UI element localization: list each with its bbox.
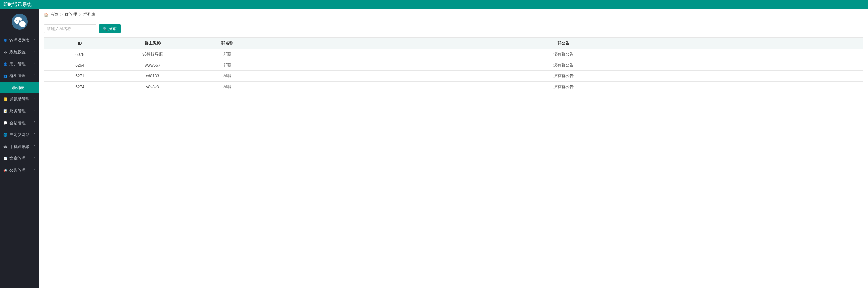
sidebar-item-label: 用户管理 <box>9 61 26 67</box>
sidebar-icon <box>3 98 7 101</box>
sidebar-item-label: 手机通讯录 <box>9 144 30 150</box>
sidebar-item-label: 会话管理 <box>9 120 26 126</box>
sidebar-item-2[interactable]: 用户管理˅ <box>0 58 39 70</box>
table-row[interactable]: 6271xd8133群聊没有群公告 <box>44 71 863 82</box>
sidebar-item-6[interactable]: 会话管理˅ <box>0 117 39 129</box>
chevron-down-icon: ˅ <box>34 39 36 42</box>
main-content: 首页 > 群管理 > 群列表 搜索 ID 群主昵称 群名称 群公告 <box>39 9 868 288</box>
app-header: 即时通讯系统 <box>0 0 868 9</box>
breadcrumb-item-0[interactable]: 群管理 <box>65 12 77 17</box>
table-header-row: ID 群主昵称 群名称 群公告 <box>44 38 863 49</box>
chevron-down-icon: ˅ <box>34 121 36 125</box>
sidebar-item-5[interactable]: 财务管理˅ <box>0 105 39 117</box>
breadcrumb-sep: > <box>60 12 63 17</box>
sidebar-item-label: 自定义网站 <box>9 132 30 138</box>
table-wrap: ID 群主昵称 群名称 群公告 6078v8科技客服群聊没有群公告6264www… <box>39 37 868 97</box>
chevron-down-icon: ˅ <box>34 109 36 113</box>
sidebar-icon <box>3 110 7 113</box>
cell-notice: 没有群公告 <box>264 60 863 71</box>
col-name: 群名称 <box>190 38 264 49</box>
sidebar-icon <box>3 121 7 125</box>
sidebar-item-label: 通讯录管理 <box>9 96 30 102</box>
sidebar-nav: 管理员列表˅系统设置˅用户管理˅群组管理˄群列表通讯录管理˅财务管理˅会话管理˅… <box>0 35 39 176</box>
chevron-down-icon: ˅ <box>34 50 36 54</box>
sidebar-item-label: 系统设置 <box>9 49 26 55</box>
sidebar-subitem-3-0[interactable]: 群列表 <box>0 82 39 93</box>
sidebar-icon <box>3 133 7 137</box>
cell-id: 6274 <box>44 82 115 92</box>
chevron-down-icon: ˅ <box>34 62 36 66</box>
cell-owner: xd8133 <box>115 71 190 82</box>
table-row[interactable]: 6264www567群聊没有群公告 <box>44 60 863 71</box>
breadcrumb-item-1[interactable]: 群列表 <box>83 12 96 17</box>
breadcrumb-home[interactable]: 首页 <box>50 12 58 17</box>
cell-name: 群聊 <box>190 82 264 92</box>
list-icon <box>7 85 10 90</box>
sidebar-item-9[interactable]: 文章管理˅ <box>0 153 39 164</box>
col-id: ID <box>44 38 115 49</box>
cell-notice: 没有群公告 <box>264 49 863 60</box>
breadcrumb: 首页 > 群管理 > 群列表 <box>39 9 868 20</box>
sidebar-item-label: 管理员列表 <box>9 38 30 43</box>
table-row[interactable]: 6078v8科技客服群聊没有群公告 <box>44 49 863 60</box>
sidebar-item-7[interactable]: 自定义网站˅ <box>0 129 39 141</box>
sidebar-icon <box>3 157 7 160</box>
group-table: ID 群主昵称 群名称 群公告 6078v8科技客服群聊没有群公告6264www… <box>44 37 863 92</box>
sidebar-item-label: 群组管理 <box>9 73 26 79</box>
search-button-label: 搜索 <box>108 26 117 32</box>
logo-wrap <box>0 9 39 35</box>
cell-notice: 没有群公告 <box>264 82 863 92</box>
table-row[interactable]: 6274v8v8v8群聊没有群公告 <box>44 82 863 92</box>
cell-name: 群聊 <box>190 49 264 60</box>
sidebar-icon <box>3 39 7 42</box>
search-input[interactable] <box>44 24 96 33</box>
cell-id: 6078 <box>44 49 115 60</box>
breadcrumb-sep: > <box>79 12 81 17</box>
chevron-down-icon: ˅ <box>34 133 36 137</box>
sidebar-item-0[interactable]: 管理员列表˅ <box>0 35 39 46</box>
toolbar: 搜索 <box>39 20 868 37</box>
sidebar-item-8[interactable]: 手机通讯录˅ <box>0 141 39 153</box>
cell-name: 群聊 <box>190 71 264 82</box>
sidebar-item-label: 公告管理 <box>9 168 26 173</box>
cell-id: 6271 <box>44 71 115 82</box>
search-button[interactable]: 搜索 <box>99 24 121 33</box>
chevron-up-icon: ˄ <box>34 74 36 78</box>
chevron-down-icon: ˅ <box>34 145 36 149</box>
sidebar-item-label: 财务管理 <box>9 108 26 114</box>
sidebar-item-3[interactable]: 群组管理˄ <box>0 70 39 82</box>
table-body: 6078v8科技客服群聊没有群公告6264www567群聊没有群公告6271xd… <box>44 49 863 92</box>
sidebar-item-1[interactable]: 系统设置˅ <box>0 46 39 58</box>
col-notice: 群公告 <box>264 38 863 49</box>
sidebar-item-label: 文章管理 <box>9 156 26 161</box>
cell-owner: www567 <box>115 60 190 71</box>
sidebar: 管理员列表˅系统设置˅用户管理˅群组管理˄群列表通讯录管理˅财务管理˅会话管理˅… <box>0 9 39 288</box>
cell-id: 6264 <box>44 60 115 71</box>
chevron-down-icon: ˅ <box>34 97 36 101</box>
wechat-logo-icon <box>12 14 28 30</box>
sidebar-item-10[interactable]: 公告管理˅ <box>0 164 39 176</box>
app-title: 即时通讯系统 <box>3 2 32 7</box>
sidebar-subitem-label: 群列表 <box>12 85 24 91</box>
sidebar-icon <box>3 63 7 66</box>
sidebar-icon <box>3 169 7 172</box>
cell-owner: v8科技客服 <box>115 49 190 60</box>
chevron-down-icon: ˅ <box>34 157 36 160</box>
sidebar-icon <box>3 74 7 78</box>
cell-name: 群聊 <box>190 60 264 71</box>
sidebar-icon <box>3 51 7 54</box>
cell-owner: v8v8v8 <box>115 82 190 92</box>
col-owner: 群主昵称 <box>115 38 190 49</box>
sidebar-item-4[interactable]: 通讯录管理˅ <box>0 93 39 105</box>
cell-notice: 没有群公告 <box>264 71 863 82</box>
search-icon <box>103 26 107 31</box>
app-container: 管理员列表˅系统设置˅用户管理˅群组管理˄群列表通讯录管理˅财务管理˅会话管理˅… <box>0 9 868 288</box>
sidebar-icon <box>3 145 7 149</box>
home-icon <box>44 12 48 17</box>
chevron-down-icon: ˅ <box>34 169 36 172</box>
